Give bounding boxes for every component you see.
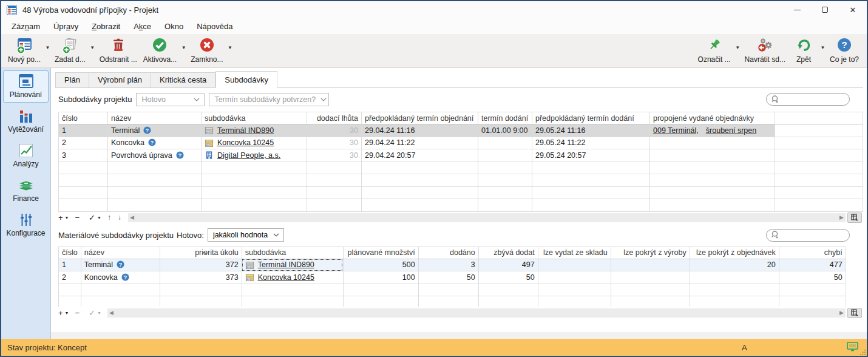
cell-dodaci_lhuta[interactable]: 30 (307, 149, 362, 162)
remove-row-button[interactable]: − (75, 309, 80, 317)
cell-subdodavka[interactable]: Terminál IND890 (242, 259, 343, 271)
cell-dodaci_lhuta[interactable]: 30 (307, 124, 362, 137)
confirm-dropdown[interactable]: ▼ (97, 216, 101, 220)
sidebar-item-analyzy[interactable]: Analýzy (3, 140, 49, 172)
activate-dropdown[interactable]: ▼ (180, 45, 188, 50)
cell-cislo[interactable]: 1 (59, 124, 108, 137)
subcontract-link[interactable]: Terminál IND890 (217, 126, 274, 135)
mark-dropdown[interactable]: ▼ (734, 45, 742, 50)
cell-filler[interactable] (775, 149, 863, 162)
search-box-1[interactable] (766, 93, 850, 106)
revert-button[interactable]: Navrátit sd... (742, 36, 788, 65)
linked-order-link[interactable]: šroubení srpen (706, 126, 756, 135)
menu-zobrazit[interactable]: Zobrazit (85, 22, 127, 31)
search-box-2[interactable] (766, 229, 850, 242)
add-row-button[interactable]: + (58, 214, 63, 222)
subcontract-link[interactable]: Terminál IND890 (258, 260, 314, 269)
column-header-nazev[interactable]: název (108, 112, 202, 124)
undo-button[interactable]: Zpět (788, 36, 819, 65)
grid1-hscrollbar[interactable]: ◀ ▶ (128, 213, 846, 222)
undo-dropdown[interactable]: ▼ (819, 45, 827, 50)
filter-done-combo[interactable]: Hotovo (136, 93, 205, 106)
cell-termin_dodani[interactable] (478, 137, 532, 149)
subcontract-link[interactable]: Koncovka 10245 (258, 273, 314, 282)
add-row-dropdown[interactable]: ▼ (65, 216, 69, 220)
column-header-nazev[interactable]: název (81, 246, 160, 259)
cell-cislo[interactable]: 2 (59, 271, 81, 284)
column-header-propojene[interactable]: propojené vydané objednávky (650, 112, 775, 124)
scroll-right-icon[interactable]: ▶ (839, 310, 844, 316)
cell-objednavky[interactable] (690, 271, 779, 284)
column-header-subdodavka[interactable]: subdodávka (202, 112, 307, 124)
cell-nazev[interactable]: Terminál? (108, 124, 202, 137)
help-icon[interactable]: ? (176, 151, 184, 159)
cell-predp_termin_dodani[interactable]: 29.05.24 20:57 (532, 149, 650, 162)
column-header-cislo[interactable]: číslo (59, 246, 81, 259)
cell-cislo[interactable]: 3 (59, 149, 108, 162)
filter-term-combo[interactable]: Termín subdodávky potvrzen? (209, 93, 329, 106)
sidebar-item-planovani[interactable]: Plánování (3, 70, 49, 103)
menu-napoveda[interactable]: Nápověda (190, 22, 239, 31)
mark-button[interactable]: Označit ... (695, 36, 734, 65)
cell-predp_termin_obj[interactable]: 29.04.24 11:16 (362, 124, 478, 137)
column-header-zbyva[interactable]: zbývá dodat (478, 246, 538, 259)
cell-predp_termin_obj[interactable]: 29.04.24 11:22 (362, 137, 478, 149)
cell-chybi[interactable]: 50 (779, 271, 846, 284)
lock-button[interactable]: Zamkno... (188, 36, 226, 65)
tab-vyrobni-plan[interactable]: Výrobní plán (89, 72, 151, 88)
cell-objednavky[interactable]: 20 (690, 259, 779, 271)
scroll-left-icon[interactable]: ◀ (109, 310, 114, 316)
column-header-termin_dodani[interactable]: termín dodání (478, 112, 532, 124)
scroll-left-icon[interactable]: ◀ (130, 215, 134, 220)
tab-plan[interactable]: Plán (55, 72, 89, 88)
cell-predp_termin_dodani[interactable]: 29.05.24 11:16 (532, 124, 650, 137)
enter-document-dropdown[interactable]: ▼ (89, 45, 97, 50)
menu-zaznam[interactable]: Záznam (5, 22, 47, 31)
help-icon[interactable]: ? (117, 260, 124, 268)
cell-subdodavka[interactable]: Terminál IND890 (202, 124, 307, 137)
cell-sklad[interactable] (538, 271, 611, 284)
remove-row-button[interactable]: − (75, 214, 80, 222)
confirm-button[interactable]: ✓ (89, 309, 95, 317)
grid2-settings-button[interactable] (847, 308, 862, 318)
column-header-predp_termin_obj[interactable]: předpokládaný termín objednání (362, 112, 478, 124)
help-icon[interactable]: ? (148, 138, 156, 146)
cell-cislo[interactable]: 1 (59, 259, 81, 271)
cell-subdodavka[interactable]: Koncovka 10245 (242, 271, 343, 284)
cell-dodano[interactable]: 50 (418, 271, 478, 284)
move-up-button[interactable]: ↑ (107, 213, 111, 222)
sidebar-item-vytezovani[interactable]: Vytěžování (3, 105, 49, 137)
column-header-dodano[interactable]: dodáno (418, 246, 478, 259)
linked-order-link[interactable]: 009 Terminál, (653, 126, 699, 135)
maximize-button[interactable] (811, 1, 839, 18)
enter-document-button[interactable]: Zadat d... (52, 36, 89, 65)
minimize-button[interactable] (783, 1, 811, 18)
cell-filler[interactable] (775, 137, 863, 149)
grid1-settings-button[interactable] (847, 212, 862, 223)
cell-nazev[interactable]: Koncovka? (108, 137, 202, 149)
menu-akce[interactable]: Akce (127, 22, 158, 31)
help-icon[interactable]: ? (143, 126, 151, 134)
new-record-button[interactable]: Nový po... (5, 36, 44, 65)
column-header-planovane[interactable]: plánované množství (343, 246, 418, 259)
scroll-right-icon[interactable]: ▶ (839, 215, 844, 220)
column-header-sklad[interactable]: lze vydat ze skladu (538, 246, 611, 259)
cell-subdodavka[interactable]: Koncovka 10245 (202, 137, 307, 149)
column-header-predp_termin_dodani[interactable]: předpokládaný termín dodání (532, 112, 650, 124)
column-header-objednavky[interactable]: lze pokrýt z objednávek (690, 246, 779, 259)
material-filter-combo[interactable]: jakákoli hodnota (208, 228, 284, 242)
cell-dodaci_lhuta[interactable]: 30 (307, 137, 362, 149)
add-row-button[interactable]: + (58, 309, 63, 317)
cell-dodano[interactable]: 3 (418, 259, 478, 271)
tab-kriticka-cesta[interactable]: Kritická cesta (151, 72, 215, 88)
cell-chybi[interactable]: 477 (779, 259, 846, 271)
cell-sklad[interactable] (538, 259, 611, 271)
cell-predp_termin_dodani[interactable]: 29.05.24 11:22 (532, 137, 650, 149)
cell-cislo[interactable]: 2 (59, 137, 108, 149)
subcontract-link[interactable]: Koncovka 10245 (217, 138, 274, 147)
cell-planovane[interactable]: 500 (343, 259, 418, 271)
column-header-filler[interactable] (775, 112, 863, 124)
cell-nazev[interactable]: Koncovka? (81, 271, 160, 284)
cell-termin_dodani[interactable] (478, 149, 532, 162)
new-record-dropdown[interactable]: ▼ (44, 45, 52, 50)
